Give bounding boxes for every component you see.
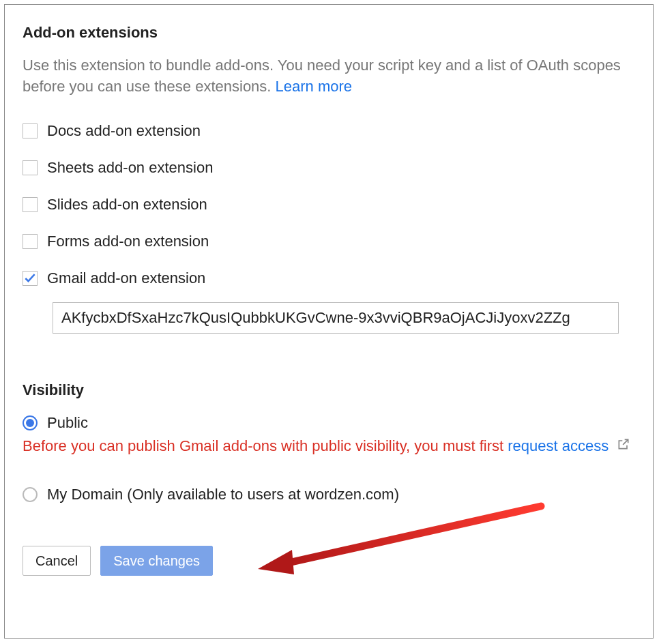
- checkbox-forms[interactable]: [23, 234, 38, 249]
- addon-checkbox-list: Docs add-on extension Sheets add-on exte…: [23, 122, 635, 287]
- checkbox-row-slides: Slides add-on extension: [23, 196, 635, 214]
- checkbox-slides[interactable]: [23, 197, 38, 212]
- radio-row-domain: My Domain (Only available to users at wo…: [23, 486, 635, 503]
- checkbox-row-docs: Docs add-on extension: [23, 122, 635, 140]
- radio-public[interactable]: [23, 415, 38, 430]
- radio-label-public: Public: [47, 414, 88, 432]
- radio-row-public: Public: [23, 414, 635, 432]
- save-changes-button[interactable]: Save changes: [100, 546, 213, 576]
- radio-domain[interactable]: [23, 487, 38, 502]
- addons-title: Add-on extensions: [23, 24, 635, 42]
- visibility-section: Visibility Public Before you can publish…: [23, 381, 635, 504]
- annotation-arrow-icon: [254, 501, 548, 583]
- settings-panel: Add-on extensions Use this extension to …: [4, 4, 654, 639]
- checkbox-sheets[interactable]: [23, 160, 38, 175]
- learn-more-link[interactable]: Learn more: [276, 78, 353, 95]
- radio-label-domain: My Domain (Only available to users at wo…: [47, 486, 399, 503]
- cancel-button[interactable]: Cancel: [23, 546, 91, 576]
- checkbox-row-gmail: Gmail add-on extension: [23, 269, 635, 287]
- checkbox-row-forms: Forms add-on extension: [23, 233, 635, 250]
- checkbox-label-forms: Forms add-on extension: [47, 233, 209, 250]
- checkbox-row-sheets: Sheets add-on extension: [23, 159, 635, 177]
- public-visibility-warning: Before you can publish Gmail add-ons wit…: [23, 436, 635, 458]
- checkbox-label-slides: Slides add-on extension: [47, 196, 207, 214]
- checkbox-label-gmail: Gmail add-on extension: [47, 269, 205, 287]
- button-row: Cancel Save changes: [23, 546, 635, 576]
- svg-marker-0: [258, 550, 294, 574]
- addons-description: Use this extension to bundle add-ons. Yo…: [23, 55, 635, 98]
- script-key-wrap: [53, 302, 635, 334]
- request-access-link[interactable]: request access: [508, 437, 609, 454]
- checkbox-gmail[interactable]: [23, 271, 38, 286]
- external-link-icon: [617, 436, 630, 457]
- script-key-input[interactable]: [53, 302, 619, 334]
- warning-text-pre: Before you can publish Gmail add-ons wit…: [23, 437, 508, 454]
- visibility-title: Visibility: [23, 381, 635, 399]
- checkbox-label-sheets: Sheets add-on extension: [47, 159, 213, 177]
- checkbox-docs[interactable]: [23, 123, 38, 138]
- checkbox-label-docs: Docs add-on extension: [47, 122, 201, 140]
